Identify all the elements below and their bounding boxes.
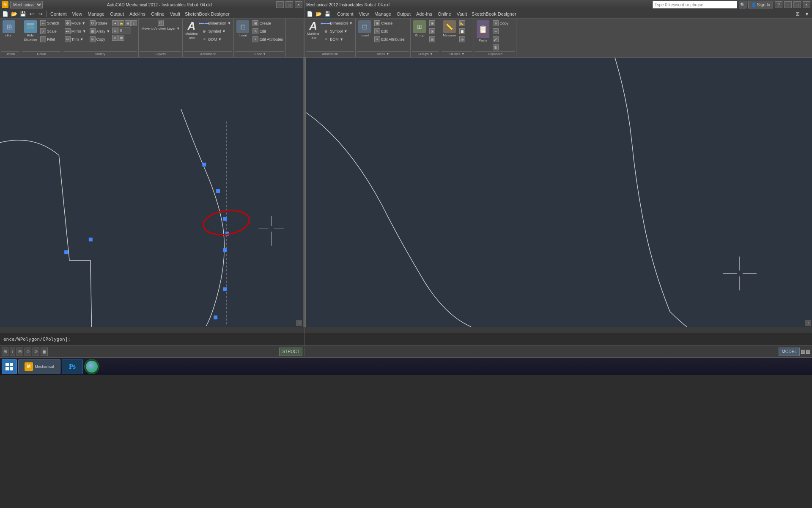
menu-addins-left[interactable]: Add-Ins [127, 11, 148, 17]
array-btn[interactable]: ⊞Array ▼ [88, 28, 112, 35]
create-block-btn-left[interactable]: ⊞Create [251, 19, 284, 27]
insert-block-btn-left[interactable]: ⊡ Insert [235, 19, 250, 38]
struct-btn[interactable]: STRUCT [279, 348, 302, 356]
menu-manage-left[interactable]: Manage [85, 11, 107, 17]
menu-addins-right[interactable]: Add-Ins [414, 11, 435, 17]
symbol-btn-right[interactable]: ⊕Symbol ▼ [322, 28, 354, 35]
menu-online-left[interactable]: Online [148, 11, 167, 17]
rotate-btn[interactable]: ↻Rotate [88, 19, 112, 27]
copy-btn-left[interactable]: ⎘Copy [88, 36, 112, 43]
app-icon-left: M [2, 1, 8, 8]
status-btn-2[interactable]: ↕ [10, 348, 15, 356]
menu-sketchbook-left[interactable]: SketchBook Designer [183, 11, 231, 17]
drawing-pane-left[interactable]: ↕ [0, 58, 304, 327]
trim-btn[interactable]: ✂Trim ▼ [63, 36, 88, 43]
cut-btn-right[interactable]: ✂ [491, 28, 510, 35]
minimize-btn-right[interactable]: − [784, 1, 792, 8]
group-small-3[interactable]: ⊟ [428, 36, 436, 43]
symbol-btn-left[interactable]: ⊕Symbol ▼ [200, 28, 232, 35]
scale-btn[interactable]: ⤢Scale [39, 28, 60, 35]
mirror-btn[interactable]: ⊷Mirror ▼ [63, 28, 88, 35]
measure-btn[interactable]: 📏 Measure [442, 19, 457, 38]
maximize-btn-left[interactable]: □ [285, 1, 293, 8]
qat-undo-left[interactable]: ↩ [27, 10, 36, 18]
qat-save-right[interactable]: 💾 [323, 10, 332, 18]
menu-view-right[interactable]: View [357, 11, 372, 17]
copy-btn-right[interactable]: ⎘Copy [491, 19, 510, 27]
status-btn-1[interactable]: ⊞ [2, 348, 8, 356]
search-input[interactable]: Type 0 keyword or phrase [653, 3, 737, 7]
delete-btn[interactable]: 🗑 [491, 44, 510, 51]
text-btn-right[interactable]: A Multiline Text [306, 19, 321, 41]
group-small-1[interactable]: ⊞ [428, 19, 436, 27]
qat-new-right[interactable]: 📄 [305, 10, 314, 18]
taskbar-browser-btn[interactable] [84, 359, 99, 374]
dimension-btn-right[interactable]: ⟵⟶Dimension ▼ [322, 19, 354, 27]
drawing-pane-right[interactable]: ↕ [306, 58, 812, 327]
group-btn[interactable]: ⊞ Group [412, 19, 427, 38]
insert-block-btn-right[interactable]: ⊡ Insert [357, 19, 372, 38]
qat-open-left[interactable]: 📂 [10, 10, 18, 18]
util-small-1[interactable]: 📐 [458, 19, 466, 27]
minimize-btn-left[interactable]: − [276, 1, 284, 8]
move-btn[interactable]: ✥Move ▼ [63, 19, 88, 27]
menu-view-left[interactable]: View [70, 11, 85, 17]
panel-toggle-right[interactable]: ⊞ [793, 10, 802, 18]
svg-rect-4 [202, 163, 206, 166]
menu-sketchbook-right[interactable]: SketchBook Designer [470, 11, 518, 17]
qat-new-left[interactable]: 📄 [1, 10, 9, 18]
menu-output-left[interactable]: Output [107, 11, 126, 17]
construction-btn[interactable]: ⊞ ction [1, 19, 16, 38]
fillet-btn[interactable]: ⌒Fillet [39, 36, 60, 43]
help-btn[interactable]: ? [775, 1, 782, 8]
panel-close-right[interactable]: ▼ [803, 10, 811, 18]
paste-btn[interactable]: 📋 Paste [475, 19, 491, 43]
bom-btn-left[interactable]: ≡BOM ▼ [200, 36, 232, 43]
model-btn[interactable]: MODEL [779, 348, 800, 356]
app-dropdown-left[interactable]: Mechanical [10, 1, 43, 8]
bom-btn-right[interactable]: ≡BOM ▼ [322, 36, 354, 43]
create-block-btn-right[interactable]: ⊞Create [373, 19, 406, 27]
edit-attributes-btn-left[interactable]: ≡Edit Attributes [251, 36, 284, 43]
util-small-2[interactable]: 📋 [458, 28, 466, 35]
qat-open-right[interactable]: 📂 [314, 10, 323, 18]
qat-redo-left[interactable]: ↪ [36, 10, 45, 18]
menu-content-right[interactable]: Content [335, 11, 356, 17]
taskbar-windows-btn[interactable] [2, 359, 17, 374]
close-btn-right[interactable]: × [803, 1, 810, 8]
dimension-btn-left[interactable]: ⟵⟶Dimension ▼ [200, 19, 232, 27]
close-btn-left[interactable]: × [295, 1, 302, 8]
status-btn-6[interactable]: ▦ [41, 348, 48, 356]
menu-online-right[interactable]: Online [435, 11, 454, 17]
status-btn-5[interactable]: ⊘ [33, 348, 39, 356]
status-btn-4[interactable]: ⊙ [25, 348, 31, 356]
svg-rect-16 [268, 226, 274, 232]
edit-block-btn-left[interactable]: ✎Edit [251, 28, 284, 35]
format-painter-btn[interactable]: 🖌 [491, 36, 510, 43]
status-btn-3[interactable]: ⊟ [16, 348, 23, 356]
sign-in-button[interactable]: 👤 Sign In [748, 1, 773, 8]
menu-content-left[interactable]: Content [48, 11, 69, 17]
taskbar-autocad-btn[interactable]: M Mechanical [18, 359, 60, 374]
menu-vault-right[interactable]: Vault [454, 11, 469, 17]
menu-manage-right[interactable]: Manage [372, 11, 394, 17]
edit-block-btn-right[interactable]: ✎Edit [373, 28, 406, 35]
stretch-btn[interactable]: ↔Stretch [39, 19, 60, 27]
hide-situation-btn[interactable]: Hide Situation [22, 19, 38, 42]
maximize-btn-right[interactable]: □ [793, 1, 801, 8]
menu-output-right[interactable]: Output [394, 11, 413, 17]
util-small-3[interactable]: ⊙ [458, 36, 466, 43]
hscroll-right[interactable] [304, 327, 812, 333]
svg-rect-30 [10, 363, 13, 366]
text-btn-left[interactable]: A Multiline Text [184, 19, 199, 41]
qat-save-left[interactable]: 💾 [19, 10, 27, 18]
edit-attributes-btn-right[interactable]: ≡Edit Attributes [373, 36, 406, 43]
hscroll-left[interactable] [0, 327, 304, 333]
search-button[interactable]: 🔍 [739, 1, 746, 8]
taskbar-photoshop-btn[interactable]: Ps [62, 359, 83, 374]
group-small-2[interactable]: ⊠ [428, 28, 436, 35]
clipboard-group-label: Clipboard [475, 51, 515, 56]
menu-vault-left[interactable]: Vault [167, 11, 183, 17]
move-layer-btn[interactable]: ⊟ Move to Another Layer ▼ [140, 19, 181, 31]
layer-number-input[interactable] [118, 28, 131, 33]
